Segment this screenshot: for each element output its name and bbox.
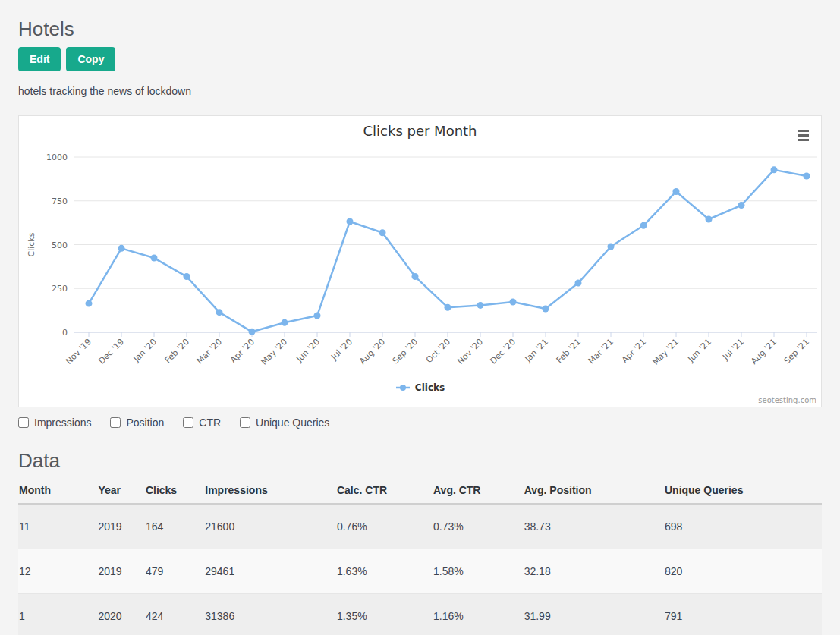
data-point[interactable] — [151, 255, 158, 262]
data-point[interactable] — [543, 306, 549, 313]
x-axis-tick-label: Jun '21 — [686, 337, 714, 365]
x-axis-tick-label: Jan '20 — [131, 337, 159, 364]
page-description: hotels tracking the news of lockdown — [18, 85, 822, 97]
data-point[interactable] — [412, 273, 419, 280]
table-cell: 38.73 — [518, 504, 659, 549]
metric-toggle-row: Impressions Position CTR Unique Queries — [18, 416, 822, 429]
x-axis-tick-label: Nov '19 — [64, 337, 93, 366]
table-cell: 2019 — [92, 504, 139, 549]
table-cell: 164 — [140, 504, 199, 549]
data-point[interactable] — [282, 319, 288, 326]
data-point[interactable] — [706, 216, 713, 223]
column-header: Year — [92, 479, 139, 504]
x-axis-tick-label: Feb '21 — [555, 337, 583, 365]
data-point[interactable] — [477, 302, 484, 309]
x-axis-tick-label: Oct '20 — [424, 337, 452, 365]
impressions-checkbox[interactable] — [18, 417, 29, 428]
x-axis-tick-label: Aug '21 — [749, 337, 779, 366]
y-axis-tick-label: 500 — [52, 240, 68, 250]
data-point[interactable] — [510, 299, 517, 306]
data-point[interactable] — [771, 166, 778, 173]
table-cell: 424 — [140, 593, 199, 635]
table-cell: 698 — [659, 504, 822, 549]
column-header: Unique Queries — [659, 479, 822, 504]
toggle-ctr[interactable]: CTR — [183, 417, 221, 429]
ctr-checkbox[interactable] — [183, 417, 193, 428]
x-axis-tick-label: Mar '20 — [195, 337, 224, 366]
clicks-chart-panel: Clicks per Month 02505007501000Nov '19De… — [18, 115, 822, 407]
x-axis-tick-label: Sep '21 — [782, 337, 811, 366]
column-header: Month — [18, 479, 92, 504]
table-cell: 479 — [140, 549, 199, 593]
column-header: Impressions — [199, 479, 331, 504]
data-point[interactable] — [216, 309, 223, 316]
copy-button[interactable]: Copy — [66, 47, 115, 71]
table-cell: 29461 — [199, 549, 331, 593]
x-axis-tick-label: Jul '21 — [720, 337, 746, 363]
chart-watermark: seotesting.com — [758, 396, 816, 404]
position-checkbox[interactable] — [110, 417, 121, 428]
table-cell: 31386 — [199, 593, 331, 635]
table-cell: 1.63% — [331, 549, 427, 593]
y-axis-tick-label: 250 — [52, 284, 68, 294]
table-cell: 2019 — [92, 549, 139, 593]
table-cell: 1.35% — [331, 593, 427, 635]
table-row: 122019479294611.63%1.58%32.18820 — [18, 549, 822, 593]
data-point[interactable] — [445, 304, 451, 311]
x-axis-tick-label: Jun '20 — [294, 337, 322, 365]
table-cell: 32.18 — [518, 549, 659, 593]
data-section-title: Data — [18, 448, 822, 473]
x-axis-tick-label: May '21 — [650, 337, 681, 367]
data-point[interactable] — [379, 229, 386, 236]
data-point[interactable] — [640, 222, 647, 229]
data-point[interactable] — [347, 218, 354, 225]
x-axis-tick-label: Sep '20 — [391, 337, 420, 366]
table-cell: 791 — [659, 593, 822, 635]
table-row: 112019164216000.76%0.73%38.73698 — [18, 504, 822, 549]
x-axis-tick-label: Dec '20 — [488, 337, 518, 366]
column-header: Avg. Position — [518, 479, 659, 504]
table-cell: 0.73% — [427, 504, 518, 549]
toggle-label: Impressions — [34, 417, 91, 429]
x-axis-tick-label: Dec '19 — [96, 337, 126, 366]
toggle-label: CTR — [199, 417, 221, 429]
toggle-impressions[interactable]: Impressions — [18, 417, 91, 429]
data-point[interactable] — [118, 245, 125, 252]
data-point[interactable] — [86, 300, 93, 307]
x-axis-tick-label: Jan '21 — [523, 337, 550, 364]
data-point[interactable] — [314, 313, 321, 319]
column-header: Calc. CTR — [331, 479, 427, 504]
toggle-label: Position — [126, 417, 164, 429]
chart-plot-area[interactable]: 02505007501000Nov '19Dec '19Jan '20Feb '… — [19, 116, 822, 407]
data-point[interactable] — [673, 188, 680, 195]
x-axis-tick-label: Mar '21 — [587, 337, 615, 366]
data-point[interactable] — [249, 329, 256, 335]
x-axis-tick-label: Jul '20 — [329, 337, 354, 363]
table-cell: 1.58% — [427, 549, 518, 593]
edit-button[interactable]: Edit — [18, 47, 61, 71]
x-axis-tick-label: Aug '20 — [357, 337, 387, 366]
page-title: Hotels — [18, 17, 822, 41]
table-cell: 21600 — [199, 504, 331, 549]
table-cell: 0.76% — [331, 504, 427, 549]
x-axis-tick-label: Apr '20 — [228, 337, 256, 365]
data-point[interactable] — [608, 244, 615, 250]
toggle-unique-queries[interactable]: Unique Queries — [240, 417, 329, 429]
unique-queries-checkbox[interactable] — [240, 417, 250, 428]
data-point[interactable] — [804, 172, 810, 179]
x-axis-tick-label: Apr '21 — [620, 337, 648, 365]
legend-label: Clicks — [415, 382, 445, 393]
toolbar: Edit Copy — [18, 47, 822, 71]
legend-item-clicks[interactable]: Clicks — [19, 382, 821, 393]
x-axis-tick-label: Feb '20 — [163, 337, 191, 365]
table-header-row: MonthYearClicksImpressionsCalc. CTRAvg. … — [18, 479, 822, 504]
table-row: 12020424313861.35%1.16%31.99791 — [18, 593, 822, 635]
legend-marker-icon — [395, 383, 411, 392]
table-cell: 2020 — [92, 593, 139, 635]
data-point[interactable] — [184, 273, 190, 280]
toggle-position[interactable]: Position — [110, 417, 164, 429]
main-content: Hotels Edit Copy hotels tracking the new… — [0, 17, 840, 635]
column-header: Clicks — [140, 479, 199, 504]
data-point[interactable] — [738, 202, 745, 209]
data-point[interactable] — [575, 280, 582, 287]
